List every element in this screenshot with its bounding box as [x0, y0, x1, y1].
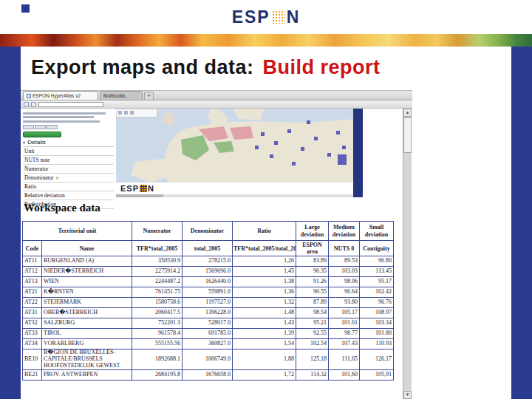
- tab-multiscala[interactable]: Multiscala...: [100, 91, 143, 100]
- table-row[interactable]: AT13WIEN2244487.21626440.01,3891.2698.06…: [23, 277, 394, 287]
- details-header[interactable]: ▾ Details: [23, 139, 114, 146]
- cell-value: 98.77: [329, 329, 360, 339]
- espon-logo-text-prefix: ESP: [232, 7, 270, 27]
- gear-icon: ✳: [55, 175, 59, 180]
- col-name: Name: [42, 241, 132, 256]
- right-border-bar: [511, 47, 532, 399]
- cell-value: 1,43: [233, 318, 296, 329]
- cell-name: NIEDER�STERREICH: [42, 267, 132, 277]
- scroll-down-button[interactable]: ▼: [403, 391, 412, 399]
- mini-toolbar-button[interactable]: [35, 125, 46, 129]
- panel-item-nuts-note[interactable]: NUTS note: [23, 156, 114, 165]
- green-action-button[interactable]: [23, 132, 61, 137]
- map-marker: [314, 137, 318, 140]
- table-row[interactable]: AT33TIROL961578.4691785.01,3992.5598.771…: [23, 329, 394, 339]
- tab-espon-hyperatlas[interactable]: ESPON HyperAtlas v2: [23, 91, 98, 100]
- panel-item-unit[interactable]: Unit: [23, 147, 114, 156]
- cell-value: 350530.9: [132, 256, 183, 267]
- col-ratio: Ratio: [233, 222, 296, 241]
- col-nuts-0: NUTS 0: [329, 241, 360, 256]
- hscroll-thumb[interactable]: [116, 194, 163, 197]
- new-tab-button[interactable]: +: [144, 92, 154, 100]
- slide-title-red: Build report: [263, 56, 381, 78]
- cell-value: 110.93: [360, 339, 394, 349]
- scroll-up-button[interactable]: ▲: [403, 109, 412, 117]
- zoom-out-icon[interactable]: [124, 111, 128, 115]
- table-row[interactable]: AT22STEIERMARK1580758.61197527.01,3287.8…: [23, 298, 394, 308]
- table-row[interactable]: AT11BURGENLAND (A)350530.9278215.01,2683…: [23, 256, 394, 267]
- cell-value: 1,39: [233, 329, 296, 339]
- map-marker: [274, 141, 278, 145]
- col-contiguity: Contiguity: [360, 241, 394, 256]
- cell-value: 98.54: [296, 308, 329, 318]
- cell-value: 761451.75: [132, 287, 183, 298]
- panel-item-ratio[interactable]: Ratio: [23, 183, 114, 191]
- vertical-scrollbar[interactable]: ▲ ▼: [403, 109, 412, 399]
- panel-item-label: NUTS note: [24, 157, 50, 163]
- decorative-map-strip: [0, 34, 532, 47]
- tab-label: ESPON HyperAtlas v2: [33, 93, 81, 98]
- cell-value: 2060417.5: [132, 308, 183, 318]
- accent-square: [21, 4, 30, 13]
- europe-map[interactable]: [116, 109, 353, 183]
- cell-value: 102.54: [296, 339, 329, 349]
- reload-icon[interactable]: [31, 102, 36, 107]
- cell-code: AT13: [23, 277, 42, 287]
- cell-value: 93.80: [329, 298, 360, 308]
- cell-value: 83.89: [296, 256, 329, 267]
- small-text-placeholder: [23, 112, 106, 115]
- map-marker: [327, 153, 331, 157]
- cell-value: 96.76: [360, 298, 394, 308]
- cell-name: VORARLBERG: [42, 339, 132, 349]
- browser-tab-bar: ESPON HyperAtlas v2 Multiscala... +: [21, 91, 412, 100]
- vscroll-thumb[interactable]: [403, 117, 412, 153]
- cell-code: AT34: [23, 339, 42, 349]
- cell-value: 105.17: [329, 308, 360, 318]
- address-box[interactable]: [38, 102, 103, 107]
- cell-value: 1,26: [233, 256, 296, 267]
- cell-value: 107.43: [329, 339, 360, 349]
- tab-label: Multiscala...: [103, 93, 129, 98]
- map-marker: [307, 120, 310, 124]
- mini-toolbar-button[interactable]: [47, 125, 58, 129]
- mini-toolbar-button[interactable]: [23, 125, 34, 129]
- cell-value: 103.34: [360, 318, 394, 329]
- slide-header: ESP N: [0, 0, 532, 34]
- table-row[interactable]: AT31OBER�STERREICH2060417.51396228.01,48…: [23, 308, 394, 318]
- pan-icon[interactable]: [130, 111, 134, 115]
- cell-value: 92.55: [296, 329, 329, 339]
- table-row[interactable]: AT32SALZBURG752201.3528017.01,4395.21101…: [23, 318, 394, 329]
- back-icon[interactable]: [24, 102, 29, 107]
- table-row[interactable]: AT34VORARLBERG555155.56360827.01,54102.5…: [23, 339, 394, 349]
- panel-item-label: Unit: [24, 148, 34, 154]
- col-ratio-formula: TFR*total_2005/total_2005: [233, 241, 296, 256]
- table-row[interactable]: AT21K�RNTEN761451.75559891.01,3690.5596.…: [23, 287, 394, 298]
- cell-value: 102.42: [360, 287, 394, 298]
- panel-item-denominator[interactable]: Denominator✳: [23, 174, 114, 183]
- table-row[interactable]: BE10R�GION DE BRUXELLES-CAPITALE/BRUSSEL…: [23, 349, 394, 369]
- cell-name: STEIERMARK: [42, 298, 132, 308]
- cell-value: 111,05: [329, 349, 360, 369]
- panel-item-numerator[interactable]: Numerator: [23, 165, 114, 174]
- cell-value: 89.53: [329, 256, 360, 267]
- small-text-placeholder: [23, 120, 100, 123]
- col-large-deviation: Large deviation: [296, 222, 329, 241]
- table-row[interactable]: AT12NIEDER�STERREICH2275914.21569696.01,…: [23, 267, 394, 277]
- cell-value: 2244487.2: [132, 277, 183, 287]
- cell-value: 95.21: [296, 318, 329, 329]
- col-code: Code: [23, 241, 42, 256]
- cell-value: 101.80: [360, 329, 394, 339]
- workspace-table: Territorial unit Numerator Denominator R…: [22, 221, 394, 381]
- cell-name: WIEN: [42, 277, 132, 287]
- zoom-in-icon[interactable]: [118, 111, 122, 115]
- map-horizontal-scrollbar[interactable]: [116, 194, 353, 197]
- col-denominator: Denominator: [183, 222, 233, 241]
- table-row[interactable]: BE21PROV. ANTWERPEN2684195.81676658.01,7…: [23, 369, 394, 380]
- cell-code: AT12: [23, 267, 42, 277]
- cell-value: 1,38: [233, 277, 296, 287]
- map-marker: [336, 131, 340, 134]
- panel-item-relative-deviation[interactable]: Relative deviation: [23, 191, 114, 200]
- map-side-bar: [353, 109, 363, 197]
- col-espon-area: ESPON area: [296, 241, 329, 256]
- cell-value: 360827.0: [183, 339, 233, 349]
